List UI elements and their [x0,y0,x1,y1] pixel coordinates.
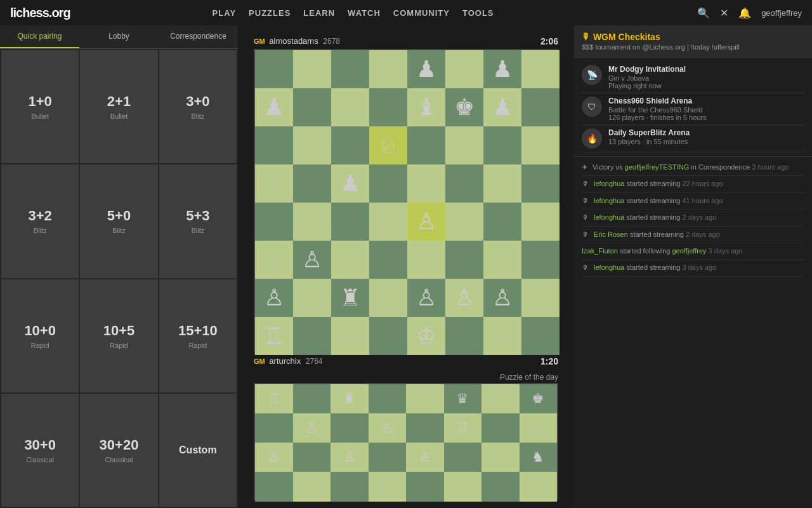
logo[interactable]: lichess.org [10,6,70,20]
psq-e3[interactable] [406,413,444,443]
chess-board[interactable]: ♟ ♟ ♟ ♝ ♚ ♟ ♘ [254,49,558,354]
psq-e1[interactable] [406,472,444,501]
time-10-0[interactable]: 10+0Rapid [1,279,79,392]
psq-g3[interactable] [481,413,520,443]
square-b5[interactable] [293,164,331,203]
time-5-3[interactable]: 5+3Blitz [159,164,237,277]
square-d4[interactable] [369,203,407,241]
psq-g2[interactable] [481,443,520,472]
time-3-2[interactable]: 3+2Blitz [1,164,79,277]
square-f8[interactable] [445,50,483,88]
square-e7[interactable]: ♝ [407,88,445,126]
psq-f3[interactable]: ♖ [444,413,482,443]
psq-a1[interactable] [255,472,293,501]
square-h1[interactable] [521,317,560,355]
square-e4[interactable]: ♙ [407,203,445,241]
square-c8[interactable] [331,50,369,88]
psq-e4[interactable] [406,384,444,413]
square-f3[interactable] [445,241,483,279]
streamer-name[interactable]: 🎙 WGM Checkitas [582,32,804,42]
square-d8[interactable] [369,50,407,88]
square-h3[interactable] [521,241,560,279]
nav-watch[interactable]: WATCH [348,8,381,18]
time-1-0[interactable]: 1+0Bullet [1,50,79,163]
square-g4[interactable] [483,203,521,241]
psq-g1[interactable] [481,472,520,501]
psq-g4[interactable] [481,384,520,413]
square-a5[interactable] [255,164,293,203]
psq-a2[interactable]: ♙ [255,443,293,472]
square-b8[interactable] [293,50,331,88]
psq-c2[interactable]: ♙ [331,443,369,472]
square-f7[interactable]: ♚ [445,88,483,126]
psq-c1[interactable] [331,472,369,501]
square-a3[interactable] [255,241,293,279]
psq-f1[interactable] [444,472,482,501]
square-c7[interactable] [331,88,369,126]
square-c6[interactable] [331,126,369,164]
square-f6[interactable] [445,126,483,164]
nav-puzzles[interactable]: PUZZLES [249,8,291,18]
square-b3[interactable]: ♙ [293,241,331,279]
tab-lobby[interactable]: Lobby [79,25,159,48]
psq-a3[interactable] [255,413,293,443]
time-3-0[interactable]: 3+0Blitz [159,50,237,163]
square-a8[interactable] [255,50,293,88]
square-d1[interactable] [369,317,407,355]
psq-h2[interactable]: ♞ [520,443,558,472]
square-h2[interactable] [521,279,560,317]
square-f2[interactable]: ♙ [445,279,483,317]
psq-h4[interactable]: ♚ [520,384,558,413]
psq-c4[interactable]: ♜ [331,384,369,413]
psq-a4[interactable]: ♖ [255,384,293,413]
puzzle-board[interactable]: ♖ ♜ ♛ ♚ ♙ ♙ ♖ ♙ ♙ [254,383,558,500]
square-g3[interactable] [483,241,521,279]
square-e2[interactable]: ♙ [407,279,445,317]
psq-f4[interactable]: ♛ [444,384,482,413]
psq-b1[interactable] [293,472,331,501]
square-c2[interactable]: ♜ [331,279,369,317]
psq-h3[interactable] [520,413,558,443]
square-f1[interactable] [445,317,483,355]
username[interactable]: geoffjeffrey [761,8,802,18]
nav-play[interactable]: PLAY [213,8,236,18]
square-d6[interactable]: ♘ [369,126,407,164]
square-e8[interactable]: ♟ [407,50,445,88]
square-d7[interactable] [369,88,407,126]
square-h6[interactable] [521,126,560,164]
square-c3[interactable] [331,241,369,279]
square-e6[interactable] [407,126,445,164]
square-g8[interactable]: ♟ [483,50,521,88]
square-a7[interactable]: ♟ [255,88,293,126]
square-b1[interactable] [293,317,331,355]
tournament-1[interactable]: 🛡 Chess960 Shield Arena Battle for the C… [582,93,804,125]
square-a6[interactable] [255,126,293,164]
square-a4[interactable] [255,203,293,241]
square-h7[interactable] [521,88,560,126]
close-icon[interactable]: ✕ [720,7,728,19]
square-h4[interactable] [521,203,560,241]
search-icon[interactable]: 🔍 [697,7,710,19]
psq-b3[interactable]: ♙ [293,413,331,443]
time-30-0[interactable]: 30+0Classical [1,394,79,507]
psq-f2[interactable] [444,443,482,472]
time-custom[interactable]: Custom [159,394,237,507]
time-2-1[interactable]: 2+1Bullet [80,50,157,163]
tournament-2[interactable]: 🔥 Daily SuperBlitz Arena 13 players · in… [582,125,804,152]
tournament-0[interactable]: 📡 Mr Dodgy Invitational Giri v JobavaPla… [582,62,804,93]
square-b2[interactable] [293,279,331,317]
square-b7[interactable] [293,88,331,126]
psq-d2[interactable] [369,443,407,472]
square-c5[interactable]: ♟ [331,164,369,203]
square-a1[interactable]: ♖ [255,317,293,355]
square-h5[interactable] [521,164,560,203]
psq-d1[interactable] [369,472,407,501]
psq-e2[interactable]: ♙ [406,443,444,472]
nav-community[interactable]: COMMUNITY [393,8,450,18]
psq-d3[interactable]: ♙ [369,413,407,443]
notification-icon[interactable]: 🔔 [738,7,751,19]
psq-h1[interactable] [520,472,558,501]
nav-tools[interactable]: TOOLS [462,8,494,18]
square-d3[interactable] [369,241,407,279]
psq-d4[interactable] [369,384,407,413]
